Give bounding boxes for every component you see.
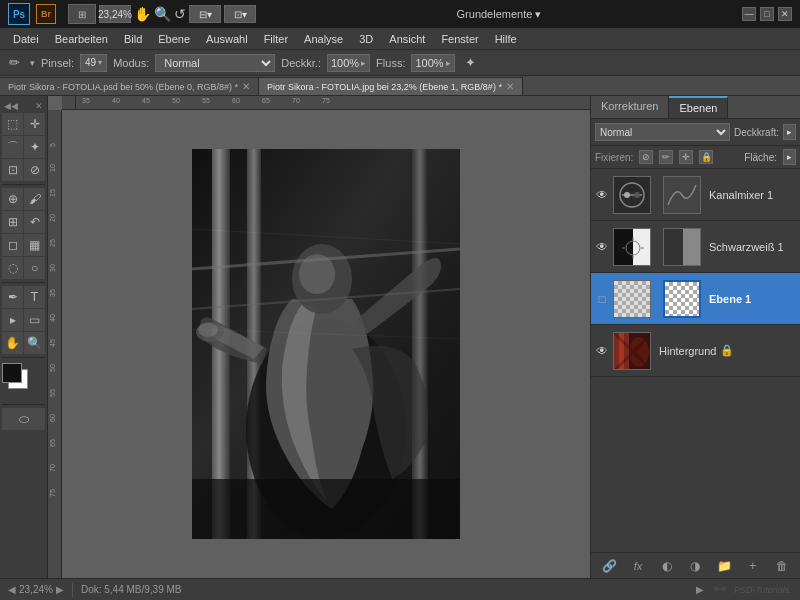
eraser-tool[interactable]: ◻ xyxy=(2,234,23,256)
menu-bearbeiten[interactable]: Bearbeiten xyxy=(48,31,115,47)
watermark: PSD-Tutorials.de xyxy=(712,580,792,600)
ruler-tick-40: 40 xyxy=(112,97,120,104)
doc-tab-psd[interactable]: Piotr Sikora - FOTOLIA.psd bei 50% (Eben… xyxy=(0,77,259,95)
new-adjustment-button[interactable]: ◑ xyxy=(685,556,705,576)
kanalmixer-mask-icon xyxy=(664,177,700,213)
mask-schwarzweiss xyxy=(663,228,701,266)
lasso-tool[interactable]: ⌒ xyxy=(2,136,23,158)
menu-ansicht[interactable]: Ansicht xyxy=(382,31,432,47)
menu-ebene[interactable]: Ebene xyxy=(151,31,197,47)
add-mask-button[interactable]: ◐ xyxy=(657,556,677,576)
quick-mask-button[interactable]: ⬭ xyxy=(2,408,45,430)
layer-ebene1[interactable]: □ Ebene 1 xyxy=(591,273,800,325)
zoom-tool[interactable]: 🔍 xyxy=(24,332,45,354)
new-layer-button[interactable]: + xyxy=(743,556,763,576)
menu-bild[interactable]: Bild xyxy=(117,31,149,47)
title-bar-left: Ps Br ⊞ 23,24% ✋ 🔍 ↺ ⊟▾ ⊡▾ xyxy=(8,3,256,25)
history-tool[interactable]: ↶ xyxy=(24,211,45,233)
layer-fx-button[interactable]: fx xyxy=(628,556,648,576)
layer-name-ebene1: Ebene 1 xyxy=(709,293,751,305)
doc-info-arrow[interactable]: ▶ xyxy=(696,584,704,595)
hand-tool[interactable]: ✋ xyxy=(2,332,23,354)
v-tick-label-45: 45 xyxy=(49,339,56,347)
move-tool[interactable]: ✛ xyxy=(24,113,45,135)
visibility-ebene1[interactable]: □ xyxy=(595,292,609,306)
new-group-button[interactable]: 📁 xyxy=(714,556,734,576)
pen-tool[interactable]: ✒ xyxy=(2,286,23,308)
blur-tool[interactable]: ◌ xyxy=(2,257,23,279)
brush-tool-icon[interactable]: ✏ xyxy=(4,53,24,73)
selection-tool[interactable]: ⬚ xyxy=(2,113,23,135)
visibility-hintergrund[interactable]: 👁 xyxy=(595,344,609,358)
opacity-value[interactable]: ▸ xyxy=(783,124,796,140)
lock-all-button[interactable]: 🔒 xyxy=(699,150,713,164)
canvas-viewport[interactable] xyxy=(62,110,590,578)
tab-ebenen[interactable]: Ebenen xyxy=(669,96,728,118)
status-bar: ◀ 23,24% ▶ Dok: 5,44 MB/9,39 MB ▶ PSD-Tu… xyxy=(0,578,800,600)
lock-transparent-button[interactable]: ⊘ xyxy=(639,150,653,164)
shape-tool[interactable]: ▭ xyxy=(24,309,45,331)
close-tab-jpg[interactable]: ✕ xyxy=(506,81,514,92)
bridge-logo[interactable]: Br xyxy=(36,4,56,24)
brush-size-picker[interactable]: 49 ▾ xyxy=(80,54,107,72)
hand-tool-icon[interactable]: ✋ xyxy=(134,6,151,22)
thumb-kanalmixer xyxy=(613,176,651,214)
menu-auswahl[interactable]: Auswahl xyxy=(199,31,255,47)
brush-tool[interactable]: 🖌 xyxy=(24,188,45,210)
visibility-kanalmixer[interactable]: 👁 xyxy=(595,188,609,202)
close-tab-psd[interactable]: ✕ xyxy=(242,81,250,92)
modus-select[interactable]: Normal Auflösen Abdunkeln Multiplizieren xyxy=(155,54,275,72)
zoom-tool-icon[interactable]: 🔍 xyxy=(154,6,171,22)
lock-move-button[interactable]: ✛ xyxy=(679,150,693,164)
layer-schwarzweiss[interactable]: 👁 xyxy=(591,221,800,273)
foreground-color[interactable] xyxy=(2,363,22,383)
menu-filter[interactable]: Filter xyxy=(257,31,295,47)
delete-layer-button[interactable]: 🗑 xyxy=(772,556,792,576)
flaeche-value[interactable]: ▸ xyxy=(783,149,796,165)
boxing-scene-svg xyxy=(192,149,460,539)
color-swatches[interactable] xyxy=(2,363,46,399)
lock-paint-button[interactable]: ✏ xyxy=(659,150,673,164)
link-layers-button[interactable]: 🔗 xyxy=(599,556,619,576)
tab-korrekturen[interactable]: Korrekturen xyxy=(591,96,669,118)
toolbox-expand[interactable]: ◀◀ xyxy=(4,101,18,111)
close-button[interactable]: ✕ xyxy=(778,7,792,21)
blend-mode-select[interactable]: Normal Auflösen Abdunkeln Multiplizieren xyxy=(595,123,730,141)
path-selection[interactable]: ▸ xyxy=(2,309,23,331)
airbrush-icon[interactable]: ✦ xyxy=(461,53,481,73)
menu-analyse[interactable]: Analyse xyxy=(297,31,350,47)
doc-tab-jpg[interactable]: Piotr Sikora - FOTOLIA.jpg bei 23,2% (Eb… xyxy=(259,77,523,95)
maximize-button[interactable]: □ xyxy=(760,7,774,21)
menu-hilfe[interactable]: Hilfe xyxy=(488,31,524,47)
screen-mode-select[interactable]: ⊡▾ xyxy=(224,5,256,23)
rotate-tool-icon[interactable]: ↺ xyxy=(174,6,186,22)
zoom-percent[interactable]: 23,24% xyxy=(19,584,53,595)
v-tick-label-10: 10 xyxy=(49,164,56,172)
layer-hintergrund[interactable]: 👁 Hintergrund 🔒 xyxy=(591,325,800,377)
gradient-tool[interactable]: ▦ xyxy=(24,234,45,256)
zoom-prev-arrow[interactable]: ◀ xyxy=(8,584,16,595)
arrange-icon[interactable]: ⊞ xyxy=(68,4,96,24)
visibility-schwarzweiss[interactable]: 👁 xyxy=(595,240,609,254)
spot-heal-tool[interactable]: ⊕ xyxy=(2,188,23,210)
zoom-value[interactable]: 23,24% xyxy=(99,5,131,23)
toolbox-collapse[interactable]: ✕ xyxy=(35,101,43,111)
fluss-value[interactable]: 100% ▸ xyxy=(411,54,454,72)
minimize-button[interactable]: — xyxy=(742,7,756,21)
menu-3d[interactable]: 3D xyxy=(352,31,380,47)
text-tool[interactable]: T xyxy=(24,286,45,308)
deckkraft-value[interactable]: 100% ▸ xyxy=(327,54,370,72)
layer-kanalmixer[interactable]: 👁 xyxy=(591,169,800,221)
arrange-select[interactable]: ⊟▾ xyxy=(189,5,221,23)
lock-icon-hintergrund: 🔒 xyxy=(720,344,734,357)
workspace-label[interactable]: Grundelemente ▾ xyxy=(457,8,542,21)
clone-tool[interactable]: ⊞ xyxy=(2,211,23,233)
dodge-tool[interactable]: ○ xyxy=(24,257,45,279)
menu-datei[interactable]: Datei xyxy=(6,31,46,47)
zoom-display: ◀ 23,24% ▶ xyxy=(8,584,64,595)
magic-wand-tool[interactable]: ✦ xyxy=(24,136,45,158)
zoom-next-arrow[interactable]: ▶ xyxy=(56,584,64,595)
menu-fenster[interactable]: Fenster xyxy=(434,31,485,47)
crop-tool[interactable]: ⊡ xyxy=(2,159,23,181)
eyedropper-tool[interactable]: ⊘ xyxy=(24,159,45,181)
